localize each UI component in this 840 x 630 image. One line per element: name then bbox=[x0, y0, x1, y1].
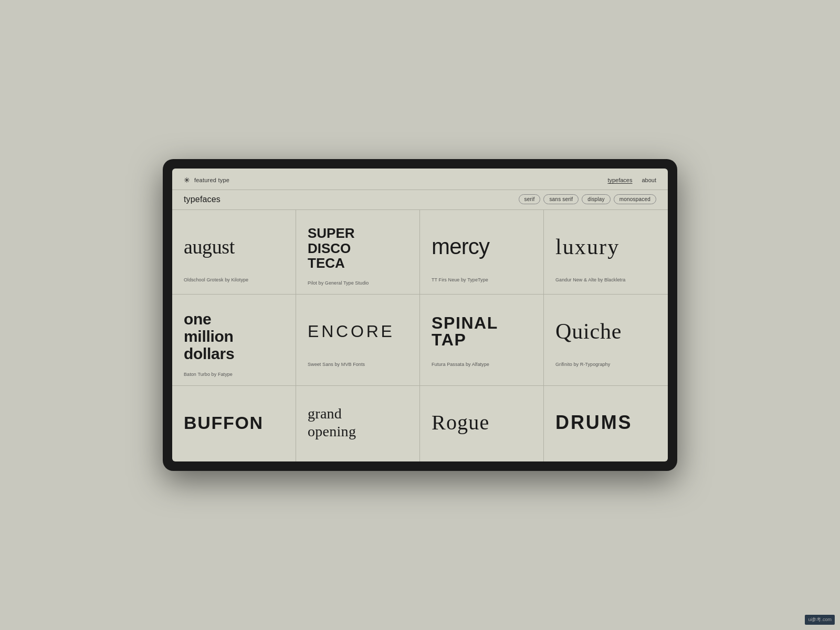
nav-links: typefaces about bbox=[607, 177, 656, 183]
font-display-superdiscoteca: SUPERDISCOTECA bbox=[308, 226, 408, 271]
grid-item-grandopening[interactable]: grandopening bbox=[296, 386, 420, 461]
font-info-luxury: Gandur New & Alte by Blackletra bbox=[555, 277, 656, 282]
device-frame: ✳ featured type typefaces about typeface… bbox=[163, 159, 677, 471]
font-display-grandopening: grandopening bbox=[308, 402, 408, 444]
font-text-rogue: Rogue bbox=[432, 412, 489, 433]
font-display-quiche: Quiche bbox=[555, 310, 656, 352]
logo-text: featured type bbox=[194, 177, 229, 183]
grid-item-luxury[interactable]: luxury Gandur New & Alte by Blackletra bbox=[544, 210, 668, 295]
font-text-spinaltap: SPINAL TAP bbox=[432, 314, 532, 348]
font-display-luxury: luxury bbox=[555, 226, 656, 268]
font-info-onemillion: Baton Turbo by Fatype bbox=[184, 372, 284, 377]
grid-item-buffon[interactable]: BUFFON bbox=[172, 386, 296, 461]
grid-item-superdiscoteca[interactable]: SUPERDISCOTECA Pilot by General Type Stu… bbox=[296, 210, 420, 295]
header: ✳ featured type typefaces about bbox=[172, 169, 668, 190]
font-text-august: august bbox=[184, 237, 235, 257]
filter-serif[interactable]: serif bbox=[519, 194, 541, 204]
font-text-drums: DRUMS bbox=[555, 413, 632, 432]
filter-display[interactable]: display bbox=[582, 194, 611, 204]
font-text-superdiscoteca: SUPERDISCOTECA bbox=[308, 226, 355, 271]
font-text-encore: ENCORE bbox=[308, 323, 395, 340]
font-info-superdiscoteca: Pilot by General Type Studio bbox=[308, 280, 408, 286]
watermark: ui参考.com bbox=[805, 615, 835, 625]
grid-item-august[interactable]: august Oldschool Grotesk by Kilotype bbox=[172, 210, 296, 295]
nav-about[interactable]: about bbox=[642, 177, 656, 183]
font-text-grandopening: grandopening bbox=[308, 405, 356, 440]
page-title: typefaces bbox=[184, 195, 220, 204]
font-display-drums: DRUMS bbox=[555, 402, 656, 444]
logo-area: ✳ featured type bbox=[184, 176, 229, 184]
grid-item-mercy[interactable]: mercy TT Firs Neue by TypeType bbox=[420, 210, 544, 295]
font-display-onemillion: onemilliondollars bbox=[184, 310, 284, 362]
font-info-spinaltap: Futura Passata by Alfatype bbox=[432, 362, 532, 367]
font-display-spinaltap: SPINAL TAP bbox=[432, 310, 532, 352]
filter-monospaced[interactable]: monospaced bbox=[614, 194, 656, 204]
logo-icon: ✳ bbox=[184, 176, 190, 184]
screen: ✳ featured type typefaces about typeface… bbox=[172, 169, 668, 461]
font-info-encore: Sweet Sans by MVB Fonts bbox=[308, 362, 408, 367]
grid-item-onemillion[interactable]: onemilliondollars Baton Turbo by Fatype bbox=[172, 295, 296, 386]
font-display-mercy: mercy bbox=[432, 226, 532, 268]
font-text-luxury: luxury bbox=[555, 236, 620, 258]
typeface-grid: august Oldschool Grotesk by Kilotype SUP… bbox=[172, 210, 668, 461]
font-display-encore: ENCORE bbox=[308, 310, 408, 352]
font-info-mercy: TT Firs Neue by TypeType bbox=[432, 277, 532, 282]
font-text-quiche: Quiche bbox=[555, 320, 622, 342]
font-text-mercy: mercy bbox=[432, 236, 489, 258]
grid-item-spinaltap[interactable]: SPINAL TAP Futura Passata by Alfatype bbox=[420, 295, 544, 386]
filter-sans-serif[interactable]: sans serif bbox=[543, 194, 579, 204]
font-info-quiche: Grifinito by R-Typography bbox=[555, 362, 656, 367]
filter-buttons: serif sans serif display monospaced bbox=[519, 194, 657, 204]
font-info-august: Oldschool Grotesk by Kilotype bbox=[184, 277, 284, 282]
font-text-buffon: BUFFON bbox=[184, 414, 264, 432]
grid-item-encore[interactable]: ENCORE Sweet Sans by MVB Fonts bbox=[296, 295, 420, 386]
font-display-august: august bbox=[184, 226, 284, 268]
grid-item-quiche[interactable]: Quiche Grifinito by R-Typography bbox=[544, 295, 668, 386]
nav-typefaces[interactable]: typefaces bbox=[607, 177, 632, 183]
grid-item-drums[interactable]: DRUMS bbox=[544, 386, 668, 461]
font-display-rogue: Rogue bbox=[432, 402, 532, 444]
font-text-onemillion: onemilliondollars bbox=[184, 310, 234, 362]
subheader: typefaces serif sans serif display monos… bbox=[172, 190, 668, 210]
font-display-buffon: BUFFON bbox=[184, 402, 284, 444]
grid-item-rogue[interactable]: Rogue bbox=[420, 386, 544, 461]
